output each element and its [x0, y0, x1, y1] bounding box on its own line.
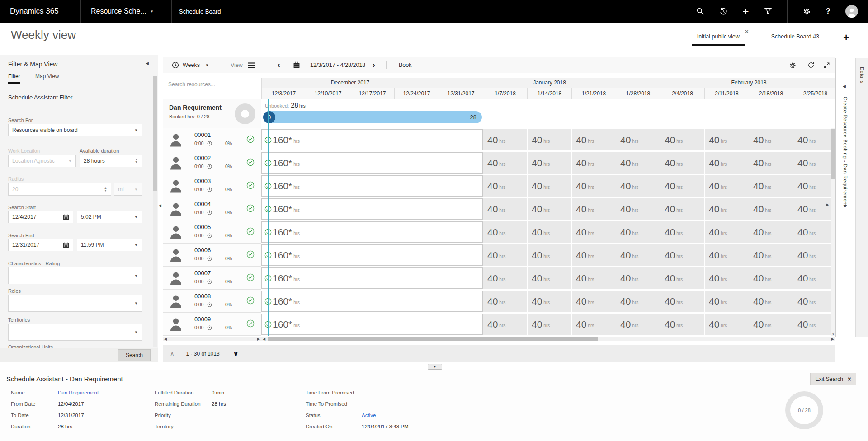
- scrollbar-thumb[interactable]: [268, 337, 598, 341]
- week-availability-cell[interactable]: 40hrs: [616, 221, 660, 243]
- search-icon[interactable]: [696, 7, 704, 15]
- page-up-icon[interactable]: ∧: [170, 350, 175, 357]
- week-availability-cell[interactable]: 40hrs: [571, 198, 616, 220]
- add-board-tab-button[interactable]: +: [843, 32, 849, 43]
- expand-right-arrow-icon[interactable]: ▶: [826, 202, 829, 207]
- week-availability-cell[interactable]: 40hrs: [704, 267, 749, 289]
- list-view-icon[interactable]: [248, 57, 255, 73]
- week-availability-cell[interactable]: 40hrs: [571, 314, 616, 335]
- week-header[interactable]: 12/10/2017: [306, 88, 350, 99]
- week-availability-cell[interactable]: 40hrs: [704, 291, 749, 312]
- field-value-link[interactable]: Dan Requirement: [58, 390, 99, 397]
- create-booking-tab[interactable]: Create Resource Booking - Dan Requiremen…: [843, 97, 848, 206]
- page-down-icon[interactable]: ∨: [233, 350, 239, 358]
- week-availability-cell[interactable]: 40hrs: [483, 267, 527, 289]
- scale-mode-select[interactable]: Weeks: [183, 57, 200, 73]
- week-availability-cell[interactable]: 40hrs: [527, 314, 571, 335]
- stepper-icon[interactable]: ▲▼: [135, 158, 138, 164]
- availability-cell[interactable]: 160*hrs: [261, 129, 483, 150]
- resource-info[interactable]: 000040:000%: [163, 197, 261, 220]
- week-availability-cell[interactable]: 40hrs: [527, 129, 571, 150]
- search-button[interactable]: Search: [118, 349, 151, 361]
- next-range-icon[interactable]: ›: [373, 57, 375, 73]
- resource-info[interactable]: 000010:000%: [163, 128, 261, 151]
- details-rail[interactable]: Details: [855, 58, 868, 337]
- search-start-time-select[interactable]: 5:02 PM ▼: [77, 211, 142, 223]
- resource-info[interactable]: 000080:000%: [163, 290, 261, 313]
- week-availability-cell[interactable]: 40hrs: [483, 198, 527, 220]
- week-availability-cell[interactable]: 40hrs: [616, 267, 660, 289]
- territories-select[interactable]: ▼: [8, 324, 142, 341]
- search-end-date-input[interactable]: 12/31/2017: [8, 239, 73, 251]
- scrollbar-thumb[interactable]: [153, 76, 157, 191]
- vertical-scrollbar[interactable]: ▼: [831, 128, 835, 336]
- week-availability-cell[interactable]: 40hrs: [749, 267, 793, 289]
- week-header[interactable]: 12/24/2017: [394, 88, 439, 99]
- week-availability-cell[interactable]: 40hrs: [527, 175, 571, 197]
- availability-cell[interactable]: 160*hrs: [261, 291, 483, 312]
- search-resources-input[interactable]: Search resources...: [163, 78, 261, 99]
- search-for-select[interactable]: Resources visible on board ▼: [8, 124, 142, 136]
- week-availability-cell[interactable]: 40hrs: [616, 198, 660, 220]
- week-availability-cell[interactable]: 40hrs: [704, 129, 749, 150]
- characteristics-select[interactable]: ▼: [8, 267, 142, 284]
- resource-info[interactable]: 000060:000%: [163, 244, 261, 267]
- availability-cell[interactable]: 160*hrs: [261, 152, 483, 174]
- week-availability-cell[interactable]: 40hrs: [483, 129, 527, 150]
- search-end-time-select[interactable]: 11:59 PM ▼: [77, 239, 142, 251]
- week-header[interactable]: 2/25/2018: [793, 88, 835, 99]
- week-header[interactable]: 12/3/2017: [261, 88, 306, 99]
- resource-info[interactable]: 000020:000%: [163, 151, 261, 174]
- week-availability-cell[interactable]: 40hrs: [793, 244, 835, 266]
- week-availability-cell[interactable]: 40hrs: [616, 244, 660, 266]
- collapse-filter-arrow-icon[interactable]: ◀: [158, 203, 161, 208]
- week-availability-cell[interactable]: 40hrs: [527, 244, 571, 266]
- exit-search-button[interactable]: Exit Search ×: [810, 373, 856, 385]
- tab-initial-public-view[interactable]: Initial public view ×: [692, 31, 745, 46]
- collapse-panel-icon[interactable]: ◀: [146, 61, 149, 66]
- week-availability-cell[interactable]: 40hrs: [793, 175, 835, 197]
- panel-splitter-handle[interactable]: ▼: [428, 364, 442, 370]
- week-availability-cell[interactable]: 40hrs: [616, 314, 660, 335]
- week-availability-cell[interactable]: 40hrs: [793, 267, 835, 289]
- week-availability-cell[interactable]: 40hrs: [704, 244, 749, 266]
- week-availability-cell[interactable]: 40hrs: [660, 198, 704, 220]
- tab-map-view[interactable]: Map View: [35, 73, 59, 82]
- chevron-down-icon[interactable]: ▼: [205, 57, 209, 73]
- week-header[interactable]: 1/7/2018: [483, 88, 527, 99]
- week-availability-cell[interactable]: 40hrs: [616, 291, 660, 312]
- availability-cell[interactable]: 160*hrs: [261, 267, 483, 289]
- week-header[interactable]: 1/28/2018: [616, 88, 660, 99]
- week-availability-cell[interactable]: 40hrs: [704, 221, 749, 243]
- week-header[interactable]: 2/11/2018: [704, 88, 749, 99]
- week-availability-cell[interactable]: 40hrs: [616, 175, 660, 197]
- availability-cell[interactable]: 160*hrs: [261, 175, 483, 197]
- tab-schedule-board-3[interactable]: Schedule Board #3: [766, 31, 825, 44]
- week-availability-cell[interactable]: 40hrs: [483, 175, 527, 197]
- scroll-left-icon[interactable]: ◀: [164, 337, 167, 341]
- week-availability-cell[interactable]: 40hrs: [483, 291, 527, 312]
- availability-cell[interactable]: 160*hrs: [261, 314, 483, 335]
- week-header[interactable]: 2/4/2018: [660, 88, 704, 99]
- availability-cell[interactable]: 160*hrs: [261, 244, 483, 266]
- week-availability-cell[interactable]: 40hrs: [527, 152, 571, 174]
- week-availability-cell[interactable]: 40hrs: [571, 244, 616, 266]
- week-availability-cell[interactable]: 40hrs: [527, 291, 571, 312]
- week-availability-cell[interactable]: 40hrs: [793, 291, 835, 312]
- collapse-rail-icon[interactable]: ◀: [843, 84, 846, 89]
- board-settings-gear-icon[interactable]: [789, 57, 797, 73]
- scroll-right-icon[interactable]: ▶: [831, 337, 834, 341]
- tab-filter[interactable]: Filter: [8, 73, 20, 84]
- resource-info[interactable]: 000030:000%: [163, 174, 261, 197]
- week-availability-cell[interactable]: 40hrs: [793, 129, 835, 150]
- week-availability-cell[interactable]: 40hrs: [793, 198, 835, 220]
- requirement-card[interactable]: Dan Requirement Booked hrs: 0 / 28: [163, 99, 261, 128]
- week-availability-cell[interactable]: 40hrs: [660, 314, 704, 335]
- week-availability-cell[interactable]: 40hrs: [749, 221, 793, 243]
- week-header[interactable]: 12/31/2017: [439, 88, 483, 99]
- gear-icon[interactable]: [802, 7, 811, 16]
- field-value-link[interactable]: Active: [362, 413, 376, 420]
- week-availability-cell[interactable]: 40hrs: [483, 221, 527, 243]
- week-availability-cell[interactable]: 40hrs: [571, 267, 616, 289]
- week-availability-cell[interactable]: 40hrs: [749, 175, 793, 197]
